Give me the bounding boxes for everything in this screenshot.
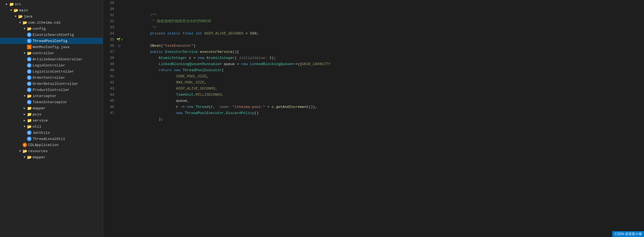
code-editor[interactable]: 29 30 31 32 33 34 35 36 37 38 39 40 41 4… [103,0,644,237]
code-line-41: MAX_POOL_SIZE, [124,73,644,80]
tree-item-interceptor[interactable]: ▼ 📂 interceptor [0,93,103,99]
label-token-interceptor: TokenInterceptor [32,100,67,104]
folder-icon-service: 📁 [27,118,32,123]
label-product-controller: ProductController [32,88,70,92]
status-bar: CSDN @菜菜小馒 [612,231,644,237]
tree-item-logistics-controller[interactable]: C LogisticsController [0,68,103,75]
label-threadlocalutil: ThreadLocalUtil [32,137,65,141]
label-main: main [18,8,28,13]
folder-icon-interceptor: 📂 [27,94,32,98]
label-article-search-controller: ArticleSearchController [32,57,82,61]
label-config: config [32,27,46,31]
folder-icon-main: 📂 [13,8,18,13]
code-line-32: */ [124,18,644,24]
class-icon-jwt: C [27,130,32,135]
label-login-controller: LoginController [32,63,65,68]
class-icon-product: C [27,88,32,92]
arrow-interceptor: ▼ [22,95,27,98]
file-tree[interactable]: ▶ 📁 src ▼ 📂 main ▼ 📂 java ▼ 📂 com.itheim… [0,0,103,237]
label-resources: resources [27,149,48,153]
tree-item-orderdetail-controller[interactable]: C OrderDetailController [0,81,103,87]
tree-item-login-controller[interactable]: C LoginController [0,62,103,68]
code-line-45: r -> new Thread(r, name: "itheima-pool-"… [124,98,644,104]
code-line-29 [124,0,644,6]
tree-item-threadpool-config[interactable]: C ThreadPoolConfig [0,38,103,44]
code-line-44: queue, [124,92,644,98]
arrow-resources: ▼ [18,150,22,153]
class-icon-order: C [27,75,32,80]
tree-item-service[interactable]: ▶ 📁 service [0,117,103,124]
arrow-service: ▶ [22,119,27,122]
label-cdlapplication: CDLApplication [27,143,58,147]
line-numbers: 29 30 31 32 33 34 35 36 37 38 39 40 41 4… [103,0,117,237]
class-icon-cdlapp: C [22,143,27,147]
tree-item-main[interactable]: ▼ 📂 main [0,7,103,13]
code-line-47: ); [124,110,644,116]
tree-item-mapper2[interactable]: ▼ 📂 mapper [0,154,103,160]
label-threadpool-config: ThreadPoolConfig [32,39,67,43]
status-label: CSDN @菜菜小馒 [614,232,642,236]
label-interceptor: interceptor [32,94,57,98]
folder-icon-mapper: 📁 [27,106,32,111]
tree-item-token-interceptor[interactable]: C TokenInterceptor [0,99,103,105]
arrow-controller: ▼ [22,52,27,55]
tree-item-pojo[interactable]: ▶ 📁 pojo [0,111,103,117]
code-line-39: return new ThreadPoolExecutor( [124,61,644,67]
arrow-mapper: ▶ [22,107,27,110]
arrow-package: ▼ [18,21,22,24]
tree-item-article-search-controller[interactable]: C ArticleSearchController [0,56,103,62]
class-icon-logistics: C [27,69,32,74]
tree-item-webmvcconfig[interactable]: J WebMvcConfig.java [0,44,103,50]
arrow-src: ▶ [4,3,9,6]
tree-item-threadlocalutil[interactable]: C ThreadLocalUtil [0,136,103,142]
folder-icon-controller: 📂 [27,51,32,56]
arrow-pojo: ▶ [22,113,27,116]
tree-item-config[interactable]: ▼ 📂 config [0,26,103,32]
folder-icon-package: 📂 [22,20,27,25]
code-content[interactable]: /** * 线程池维护线程所允许的空闲时间 */ private static … [123,0,644,237]
folder-icon-resources: 📂 [22,149,27,154]
code-line-30: /** [124,6,644,12]
tree-item-java[interactable]: ▼ 📂 java [0,13,103,19]
tree-item-mapper[interactable]: ▶ 📁 mapper [0,105,103,111]
folder-icon-mapper2: 📂 [27,155,32,160]
code-line-31: * 线程池维护线程所允许的空闲时间 [124,12,644,18]
tree-item-order-controller[interactable]: C OrderController [0,75,103,81]
code-line-33: private static final int KEEP_ALIVE_SECO… [124,24,644,31]
arrow-util: ▼ [22,125,27,128]
label-logistics-controller: LogisticsController [32,70,74,74]
tree-item-package[interactable]: ▼ 📂 com.itheima.cdl [0,19,103,26]
folder-icon-java: 📂 [18,14,23,19]
class-icon-article-search: C [27,57,32,61]
tree-item-src[interactable]: ▶ 📁 src [0,1,103,7]
tree-item-controller[interactable]: ▼ 📂 controller [0,50,103,56]
code-line-42: KEEP_ALIVE_SECONDS, [124,80,644,86]
editor-gutter: 🌱 ✔ ▷ [117,0,123,237]
arrow-main: ▼ [9,9,13,12]
arrow-mapper2: ▼ [22,156,27,159]
tree-item-product-controller[interactable]: C ProductController [0,87,103,93]
code-line-34 [124,31,644,37]
class-icon-threadlocal: C [27,137,32,141]
code-line-36: public ExecutorService executorService()… [124,43,644,49]
class-icon-threadpool: C [27,39,32,43]
label-pojo: pojo [32,112,41,117]
tree-item-jwtutils[interactable]: C JwtUtils [0,130,103,136]
label-package: com.itheima.cdl [27,21,61,25]
label-order-controller: OrderController [32,76,65,80]
label-webmvcconfig: WebMvcConfig.java [32,45,70,49]
tree-item-resources[interactable]: ▼ 📂 resources [0,148,103,154]
code-line-43: TimeUnit.MILLISECONDS, [124,86,644,92]
label-mapper: mapper [32,106,46,110]
tree-item-cdlapplication[interactable]: C CDLApplication [0,142,103,148]
folder-icon-util: 📂 [27,124,32,129]
tree-item-elasticsearch-config[interactable]: C ElasticSearchConfig [0,32,103,38]
label-elasticsearch-config: ElasticSearchConfig [32,33,74,37]
code-line-37: AtomicInteger c = new AtomicInteger( ini… [124,49,644,55]
tree-item-util[interactable]: ▼ 📂 util [0,124,103,130]
label-service: service [32,119,48,123]
arrow-java: ▼ [13,15,18,18]
arrow-config: ▼ [22,27,27,30]
class-icon-orderdetail: C [27,82,32,86]
class-icon-token: C [27,100,32,104]
